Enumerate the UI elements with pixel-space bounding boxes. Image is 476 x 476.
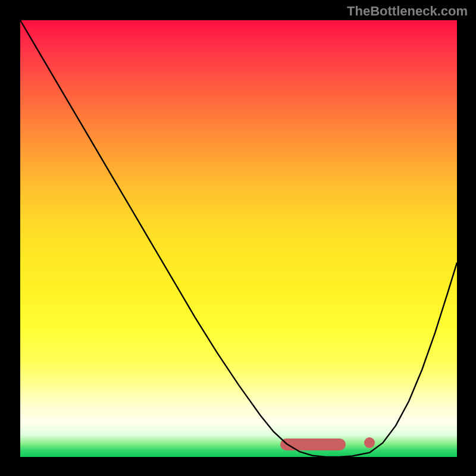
watermark-text: TheBottleneck.com <box>347 4 468 19</box>
curve-line <box>20 20 457 457</box>
